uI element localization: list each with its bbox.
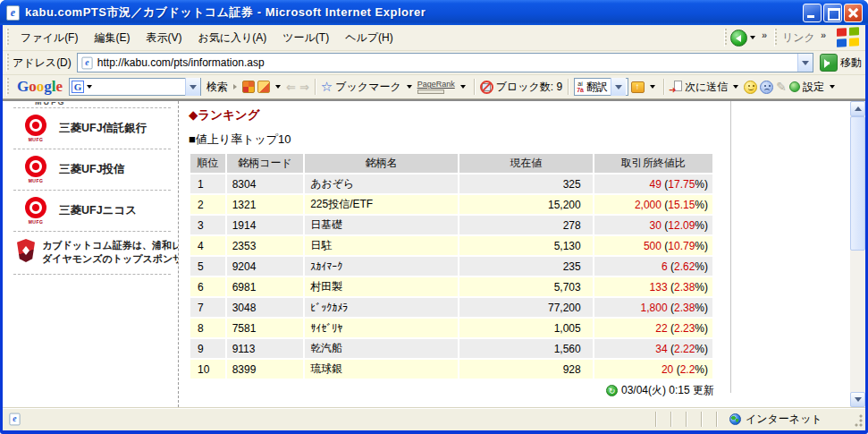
back-dropdown-icon[interactable] bbox=[750, 36, 755, 42]
updated-line: 03/04(火) 0:15 更新 bbox=[189, 383, 714, 398]
table-row: 31914日基礎27830 (12.09%) bbox=[190, 216, 712, 234]
pagerank-meter[interactable]: PageRank bbox=[417, 81, 455, 94]
minimize-button[interactable] bbox=[803, 4, 822, 22]
toolbar-grip bbox=[6, 54, 9, 72]
scrollbar-down-button[interactable] bbox=[850, 392, 865, 407]
sidebar-item[interactable]: MUFG三菱UFJ投信 bbox=[3, 149, 178, 190]
search-history-dropdown[interactable] bbox=[185, 78, 200, 96]
vote-down-frown-icon[interactable] bbox=[760, 81, 773, 94]
scrollbar-track[interactable] bbox=[850, 116, 865, 392]
news-icon[interactable] bbox=[242, 81, 255, 93]
main-content: ◆ランキング ■値上り率トップ10 順位銘柄コード銘柄名現在値取引所終値比 18… bbox=[178, 101, 850, 407]
menu-item[interactable]: 編集(E) bbox=[86, 27, 138, 49]
toolbar-grip bbox=[6, 78, 9, 96]
divider bbox=[663, 79, 664, 95]
chevron-down-icon[interactable] bbox=[460, 85, 466, 91]
ranking-header-row: 順位銘柄コード銘柄名現在値取引所終値比 bbox=[190, 154, 712, 173]
updated-timestamp: 03/04(火) 0:15 更新 bbox=[621, 383, 714, 398]
refresh-icon[interactable] bbox=[606, 385, 618, 396]
bookmark-star-icon[interactable] bbox=[321, 81, 333, 93]
menu-item[interactable]: ヘルプ(H) bbox=[337, 27, 401, 49]
chevron-down-icon[interactable] bbox=[733, 85, 738, 91]
popup-block-count[interactable]: ブロック数: 9 bbox=[496, 80, 562, 95]
table-row: 66981村田製5,703133 (2.38%) bbox=[190, 277, 712, 296]
chevron-down-icon[interactable] bbox=[275, 85, 281, 91]
next-result-icon[interactable]: ⇒ bbox=[299, 81, 309, 94]
windows-logo-icon bbox=[837, 27, 860, 48]
maximize-button[interactable] bbox=[823, 4, 842, 22]
settings-button[interactable]: 設定 bbox=[803, 80, 824, 95]
address-url[interactable]: http://kabu.com/pts/information.asp bbox=[97, 56, 797, 69]
chevron-down-icon[interactable] bbox=[87, 85, 92, 91]
window-frame: ファイル(F)編集(E)表示(V)お気に入り(A)ツール(T)ヘルプ(H) » … bbox=[3, 25, 865, 430]
menu-items: ファイル(F)編集(E)表示(V)お気に入り(A)ツール(T)ヘルプ(H) bbox=[13, 27, 401, 49]
back-button[interactable] bbox=[730, 30, 747, 47]
search-split-icon[interactable] bbox=[233, 84, 240, 89]
change-cell: 30 (12.09%) bbox=[594, 216, 712, 234]
translate-label[interactable]: 翻訳 bbox=[586, 80, 608, 95]
sponsor-line: ダイヤモンズのトップスポンサーです。 bbox=[42, 253, 178, 264]
column-header: 銘柄コード bbox=[227, 154, 303, 173]
google-g-icon[interactable]: G bbox=[72, 81, 84, 93]
translate-dropdown[interactable] bbox=[611, 78, 626, 96]
go-label[interactable]: 移動 bbox=[840, 55, 862, 71]
send-to-button[interactable]: 次に送信 bbox=[685, 80, 728, 95]
sponsor-note[interactable]: カブドットコム証券は、浦和レッドダイヤモンズのトップスポンサーです。 bbox=[3, 232, 178, 274]
menu-item[interactable]: 表示(V) bbox=[138, 27, 190, 49]
divider bbox=[474, 79, 475, 95]
bookmarks-button[interactable]: ブックマーク bbox=[335, 80, 400, 95]
table-row: 21321225投信/ETF15,2002,000 (15.15%) bbox=[190, 195, 712, 214]
chevron-down-icon[interactable] bbox=[830, 85, 835, 91]
divider bbox=[315, 79, 316, 95]
status-divider bbox=[716, 412, 717, 427]
change-cell: 133 (2.38%) bbox=[594, 277, 712, 296]
zone-label: インターネット bbox=[746, 412, 822, 427]
autofill-icon[interactable] bbox=[631, 81, 645, 93]
close-button[interactable] bbox=[844, 4, 863, 22]
change-cell: 6 (2.62%) bbox=[594, 257, 712, 276]
mufg-logo-icon: MUFG bbox=[22, 115, 49, 142]
status-dot-icon bbox=[789, 81, 800, 92]
links-toolbar-label[interactable]: リンク bbox=[782, 30, 815, 46]
chevron-down-icon[interactable] bbox=[650, 85, 655, 91]
scrollbar-thumb[interactable] bbox=[850, 116, 865, 251]
status-bar: インターネット bbox=[3, 407, 865, 430]
google-logo: Google bbox=[17, 78, 63, 96]
scrollbar-up-button[interactable] bbox=[850, 101, 865, 116]
go-button[interactable] bbox=[820, 54, 838, 72]
highlight-icon[interactable] bbox=[257, 81, 270, 93]
google-search-input[interactable]: G bbox=[69, 78, 201, 96]
address-bar: アドレス(D) http://kabu.com/pts/information.… bbox=[3, 51, 865, 75]
resize-grip[interactable] bbox=[851, 414, 864, 429]
menu-item[interactable]: ファイル(F) bbox=[13, 27, 86, 49]
pencil-icon[interactable] bbox=[776, 80, 787, 94]
table-row: 108399琉球銀92820 (2.2%) bbox=[190, 360, 712, 379]
links-overflow-chevron[interactable]: » bbox=[821, 28, 826, 42]
sidebar-item-label: 三菱UFJニコス bbox=[59, 203, 137, 218]
menu-bar: ファイル(F)編集(E)表示(V)お気に入り(A)ツール(T)ヘルプ(H) » … bbox=[3, 25, 865, 51]
mufg-logo-icon: MUFG bbox=[22, 197, 49, 225]
ranking-table-body: 18304あおぞら32549 (17.75%)21321225投信/ETF15,… bbox=[190, 174, 712, 379]
chevron-down-icon[interactable] bbox=[407, 85, 412, 91]
browser-window: kabu.comPTS市況／カブドットコム証券 - Microsoft Inte… bbox=[0, 0, 868, 434]
menu-item[interactable]: ツール(T) bbox=[274, 27, 337, 49]
title-bar: kabu.comPTS市況／カブドットコム証券 - Microsoft Inte… bbox=[0, 0, 868, 25]
address-input[interactable]: http://kabu.com/pts/information.asp bbox=[77, 53, 813, 72]
prev-result-icon[interactable]: ⇐ bbox=[286, 81, 296, 94]
address-dropdown-button[interactable] bbox=[797, 54, 813, 72]
pagerank-label[interactable]: PageRank bbox=[417, 81, 455, 89]
popup-blocker-icon[interactable] bbox=[480, 81, 493, 94]
google-search-button[interactable]: 検索 bbox=[204, 78, 231, 97]
sidebar-list: MUFG三菱UFJ信託銀行MUFG三菱UFJ投信MUFG三菱UFJニコス bbox=[3, 108, 178, 232]
translate-button[interactable]: aí7à 翻訳 bbox=[574, 78, 628, 96]
table-row: 18304あおぞら32549 (17.75%) bbox=[190, 174, 712, 193]
send-to-icon[interactable] bbox=[670, 81, 682, 93]
sidebar-item[interactable]: MUFG三菱UFJニコス bbox=[3, 191, 178, 231]
table-row: 73048ﾋﾞｯｸｶﾒﾗ77,2001,800 (2.38%) bbox=[190, 298, 712, 317]
menu-item[interactable]: お気に入り(A) bbox=[190, 27, 274, 49]
sidebar-item[interactable]: MUFG三菱UFJ信託銀行 bbox=[3, 108, 178, 149]
vote-up-smiley-icon[interactable] bbox=[744, 81, 757, 94]
toolbar-overflow-chevron[interactable]: » bbox=[762, 28, 767, 42]
change-cell: 1,800 (2.38%) bbox=[594, 298, 712, 317]
vertical-scrollbar[interactable] bbox=[850, 101, 865, 407]
